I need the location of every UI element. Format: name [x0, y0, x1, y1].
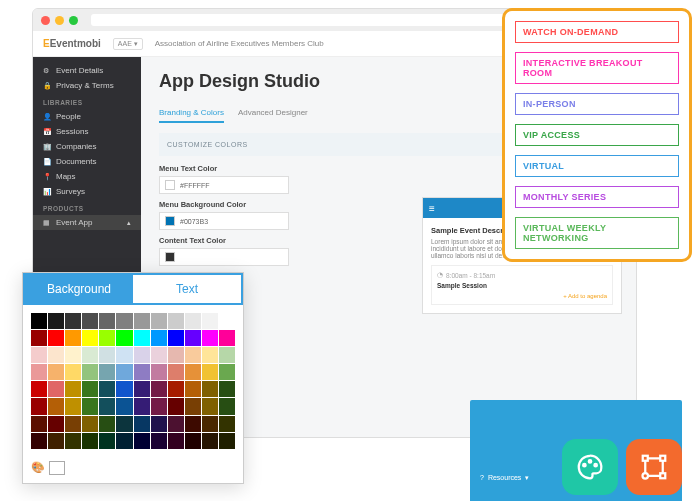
color-cell[interactable]	[134, 313, 150, 329]
color-cell[interactable]	[185, 330, 201, 346]
color-cell[interactable]	[31, 433, 47, 449]
color-cell[interactable]	[99, 398, 115, 414]
color-cell[interactable]	[219, 313, 235, 329]
sidebar-item[interactable]: 📅Sessions	[33, 124, 141, 139]
color-cell[interactable]	[48, 347, 64, 363]
color-cell[interactable]	[151, 347, 167, 363]
tab-advanced[interactable]: Advanced Designer	[238, 104, 308, 123]
color-cell[interactable]	[116, 398, 132, 414]
sidebar-item[interactable]: ⚙Event Details	[33, 63, 141, 78]
color-cell[interactable]	[202, 330, 218, 346]
picker-tab-text[interactable]: Text	[133, 275, 241, 303]
color-cell[interactable]	[202, 347, 218, 363]
color-cell[interactable]	[134, 364, 150, 380]
tag-pill[interactable]: IN-PERSON	[515, 93, 679, 115]
color-cell[interactable]	[168, 398, 184, 414]
org-select[interactable]: AAE ▾	[113, 38, 143, 50]
color-cell[interactable]	[48, 433, 64, 449]
color-cell[interactable]	[48, 416, 64, 432]
custom-color-box[interactable]	[49, 461, 65, 475]
color-cell[interactable]	[48, 330, 64, 346]
color-cell[interactable]	[151, 398, 167, 414]
color-cell[interactable]	[168, 347, 184, 363]
color-cell[interactable]	[151, 433, 167, 449]
tag-pill[interactable]: WATCH ON-DEMAND	[515, 21, 679, 43]
color-cell[interactable]	[219, 433, 235, 449]
color-cell[interactable]	[151, 416, 167, 432]
color-cell[interactable]	[116, 381, 132, 397]
color-cell[interactable]	[31, 381, 47, 397]
color-cell[interactable]	[82, 398, 98, 414]
color-cell[interactable]	[134, 347, 150, 363]
palette-icon[interactable]: 🎨	[31, 461, 45, 474]
color-cell[interactable]	[48, 381, 64, 397]
color-cell[interactable]	[82, 364, 98, 380]
color-cell[interactable]	[134, 330, 150, 346]
color-cell[interactable]	[65, 381, 81, 397]
color-cell[interactable]	[185, 364, 201, 380]
color-cell[interactable]	[185, 313, 201, 329]
color-cell[interactable]	[219, 381, 235, 397]
zoom-dot[interactable]	[69, 16, 78, 25]
minimize-dot[interactable]	[55, 16, 64, 25]
color-cell[interactable]	[99, 433, 115, 449]
color-cell[interactable]	[134, 433, 150, 449]
color-cell[interactable]	[151, 381, 167, 397]
color-cell[interactable]	[168, 416, 184, 432]
color-cell[interactable]	[219, 330, 235, 346]
color-cell[interactable]	[31, 347, 47, 363]
color-cell[interactable]	[185, 398, 201, 414]
color-cell[interactable]	[185, 381, 201, 397]
color-cell[interactable]	[202, 313, 218, 329]
close-dot[interactable]	[41, 16, 50, 25]
color-cell[interactable]	[82, 381, 98, 397]
color-cell[interactable]	[99, 313, 115, 329]
color-cell[interactable]	[82, 416, 98, 432]
sidebar-item[interactable]: 📊Surveys	[33, 184, 141, 199]
color-cell[interactable]	[219, 398, 235, 414]
color-cell[interactable]	[202, 364, 218, 380]
sidebar-item-event-app[interactable]: ▦ Event App ▴	[33, 215, 141, 230]
color-cell[interactable]	[99, 364, 115, 380]
color-cell[interactable]	[65, 433, 81, 449]
color-cell[interactable]	[48, 313, 64, 329]
color-cell[interactable]	[31, 313, 47, 329]
tag-pill[interactable]: VIP ACCESS	[515, 124, 679, 146]
color-cell[interactable]	[219, 347, 235, 363]
color-cell[interactable]	[168, 433, 184, 449]
color-cell[interactable]	[168, 364, 184, 380]
color-cell[interactable]	[82, 313, 98, 329]
color-cell[interactable]	[151, 330, 167, 346]
color-cell[interactable]	[65, 364, 81, 380]
color-cell[interactable]	[99, 381, 115, 397]
color-cell[interactable]	[202, 398, 218, 414]
color-cell[interactable]	[168, 381, 184, 397]
color-cell[interactable]	[134, 416, 150, 432]
color-cell[interactable]	[31, 364, 47, 380]
color-cell[interactable]	[219, 416, 235, 432]
color-cell[interactable]	[116, 313, 132, 329]
color-cell[interactable]	[185, 416, 201, 432]
color-cell[interactable]	[168, 330, 184, 346]
color-cell[interactable]	[48, 364, 64, 380]
hamburger-icon[interactable]: ≡	[429, 203, 435, 214]
color-cell[interactable]	[99, 330, 115, 346]
color-cell[interactable]	[116, 416, 132, 432]
color-cell[interactable]	[99, 416, 115, 432]
color-input[interactable]	[159, 248, 289, 266]
color-cell[interactable]	[65, 313, 81, 329]
color-input[interactable]: #0073B3	[159, 212, 289, 230]
color-cell[interactable]	[116, 330, 132, 346]
tab-branding[interactable]: Branding & Colors	[159, 104, 224, 123]
color-cell[interactable]	[185, 433, 201, 449]
picker-tab-background[interactable]: Background	[25, 275, 133, 303]
sidebar-item[interactable]: 📍Maps	[33, 169, 141, 184]
color-cell[interactable]	[151, 313, 167, 329]
color-cell[interactable]	[82, 330, 98, 346]
sidebar-item[interactable]: 🔒Privacy & Terms	[33, 78, 141, 93]
color-cell[interactable]	[134, 381, 150, 397]
color-cell[interactable]	[31, 330, 47, 346]
preview-session-card[interactable]: ◔8:00am - 8:15am Sample Session + Add to…	[431, 265, 613, 305]
sidebar-item[interactable]: 📄Documents	[33, 154, 141, 169]
color-cell[interactable]	[31, 398, 47, 414]
